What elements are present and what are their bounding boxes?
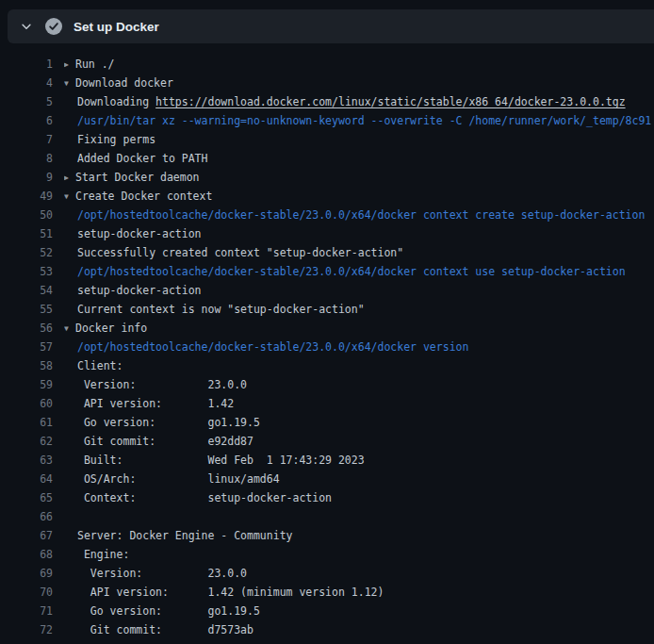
command-text: /opt/hostedtoolcache/docker-stable/23.0.… <box>77 208 645 222</box>
line-content: /opt/hostedtoolcache/docker-stable/23.0.… <box>64 338 654 356</box>
line-number[interactable]: 53 <box>11 262 53 281</box>
log-text: Server: Docker Engine - Community <box>77 529 292 542</box>
line-number[interactable]: 60 <box>11 394 53 413</box>
line-number[interactable]: 51 <box>11 224 53 243</box>
line-number[interactable]: 63 <box>11 451 53 470</box>
line-number[interactable]: 54 <box>11 281 53 300</box>
log-line: 6 /usr/bin/tar xz --warning=no-unknown-k… <box>11 111 654 130</box>
log-line: 60 API version: 1.42 <box>11 394 654 413</box>
line-number[interactable]: 52 <box>11 243 53 262</box>
line-content: Git commit: d7573ab <box>64 620 654 639</box>
line-number[interactable]: 70 <box>11 583 53 602</box>
log-text: setup-docker-action <box>77 284 202 297</box>
log-text: Current context is now "setup-docker-act… <box>77 303 365 316</box>
log-line: 52 Successfully created context "setup-d… <box>11 243 654 262</box>
line-number[interactable]: 8 <box>11 149 53 168</box>
log-container: 1 ▶Run ./ 4 ▼Download docker 5 Downloadi… <box>0 43 654 639</box>
line-content: /opt/hostedtoolcache/docker-stable/23.0.… <box>64 206 654 224</box>
line-content <box>64 507 654 526</box>
log-group-toggle[interactable]: ▼Download docker <box>64 74 654 92</box>
line-number[interactable]: 72 <box>11 620 53 639</box>
line-content: Built: Wed Feb 1 17:43:29 2023 <box>64 451 654 470</box>
log-text: Context: setup-docker-action <box>77 491 332 504</box>
log-text: Version: 23.0.0 <box>77 378 247 391</box>
log-text: Git commit: d7573ab <box>77 623 253 636</box>
log-line: 68 Engine: <box>11 545 654 564</box>
check-circle-icon <box>45 18 62 35</box>
line-number[interactable]: 69 <box>11 564 53 583</box>
line-content: Fixing perms <box>64 130 654 149</box>
log-line: 51 setup-docker-action <box>11 224 654 243</box>
log-line: 67 Server: Docker Engine - Community <box>11 526 654 545</box>
log-text: Version: 23.0.0 <box>77 567 247 580</box>
log-line: 9 ▶Start Docker daemon <box>11 168 654 187</box>
line-number[interactable]: 50 <box>11 206 53 224</box>
log-text: Successfully created context "setup-dock… <box>77 246 403 259</box>
log-line: 54 setup-docker-action <box>11 281 654 300</box>
command-text: /usr/bin/tar xz --warning=no-unknown-key… <box>77 114 651 127</box>
log-line: 72 Git commit: d7573ab <box>11 620 654 639</box>
line-number[interactable]: 71 <box>11 602 53 620</box>
group-collapsed-icon: ▶ <box>64 169 75 188</box>
log-text: API version: 1.42 <box>77 397 234 410</box>
line-number[interactable]: 67 <box>11 526 53 545</box>
line-number[interactable]: 55 <box>11 300 53 319</box>
line-content: Context: setup-docker-action <box>64 488 654 507</box>
step-title: Set up Docker <box>74 20 159 34</box>
line-number[interactable]: 1 <box>11 55 53 74</box>
line-number[interactable]: 6 <box>11 111 53 130</box>
line-content: API version: 1.42 (minimum version 1.12) <box>64 583 654 602</box>
line-number[interactable]: 65 <box>11 488 53 507</box>
line-number[interactable]: 64 <box>11 470 53 488</box>
step-header[interactable]: Set up Docker <box>8 9 654 43</box>
line-content: Git commit: e92dd87 <box>64 432 654 451</box>
group-title: Docker info <box>75 322 147 335</box>
line-number[interactable]: 58 <box>11 356 53 375</box>
log-group-toggle[interactable]: ▼Docker info <box>64 319 654 338</box>
line-number[interactable]: 57 <box>11 338 53 356</box>
line-content: setup-docker-action <box>64 281 654 300</box>
chevron-down-icon[interactable] <box>19 19 34 34</box>
log-text: Git commit: e92dd87 <box>77 435 253 448</box>
command-text: /opt/hostedtoolcache/docker-stable/23.0.… <box>77 340 468 354</box>
log-line: 5 Downloading https://download.docker.co… <box>11 92 654 111</box>
log-line: 66 <box>11 507 654 526</box>
log-link[interactable]: https://download.docker.com/linux/static… <box>155 95 626 108</box>
line-number[interactable]: 66 <box>11 507 53 526</box>
group-title: Start Docker daemon <box>75 171 200 184</box>
command-text: /opt/hostedtoolcache/docker-stable/23.0.… <box>77 265 626 278</box>
log-group-toggle[interactable]: ▶Start Docker daemon <box>64 168 654 187</box>
line-number[interactable]: 7 <box>11 130 53 149</box>
line-content: Go version: go1.19.5 <box>64 413 654 432</box>
log-line: 61 Go version: go1.19.5 <box>11 413 654 432</box>
log-group-toggle[interactable]: ▼Create Docker context <box>64 187 654 206</box>
log-line: 49 ▼Create Docker context <box>11 187 654 206</box>
log-text: Added Docker to PATH <box>77 152 207 165</box>
line-number[interactable]: 49 <box>11 187 53 206</box>
log-line: 57 /opt/hostedtoolcache/docker-stable/23… <box>11 338 654 356</box>
group-title: Create Docker context <box>75 190 212 203</box>
log-text: API version: 1.42 (minimum version 1.12) <box>77 586 384 599</box>
line-content: Go version: go1.19.5 <box>64 602 654 620</box>
line-number[interactable]: 4 <box>11 74 53 92</box>
log-group-toggle[interactable]: ▶Run ./ <box>64 55 654 74</box>
log-line: 53 /opt/hostedtoolcache/docker-stable/23… <box>11 262 654 281</box>
line-number[interactable]: 59 <box>11 375 53 394</box>
line-content: setup-docker-action <box>64 224 654 243</box>
log-line: 50 /opt/hostedtoolcache/docker-stable/23… <box>11 206 654 224</box>
log-line: 4 ▼Download docker <box>11 74 654 92</box>
line-content: Downloading https://download.docker.com/… <box>64 92 654 111</box>
line-number[interactable]: 68 <box>11 545 53 564</box>
log-line: 58 Client: <box>11 356 654 375</box>
log-text: OS/Arch: linux/amd64 <box>77 472 280 486</box>
line-number[interactable]: 61 <box>11 413 53 432</box>
line-content: OS/Arch: linux/amd64 <box>64 470 654 488</box>
line-content: API version: 1.42 <box>64 394 654 413</box>
line-number[interactable]: 9 <box>11 168 53 187</box>
group-title: Download docker <box>75 76 173 90</box>
log-line: 65 Context: setup-docker-action <box>11 488 654 507</box>
line-number[interactable]: 56 <box>11 319 53 338</box>
line-number[interactable]: 5 <box>11 92 53 111</box>
line-number[interactable]: 62 <box>11 432 53 451</box>
group-expanded-icon: ▼ <box>64 74 75 93</box>
